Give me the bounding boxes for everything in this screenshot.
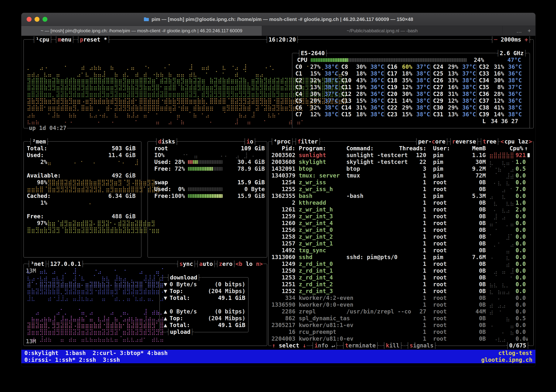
sort-next-arrow[interactable]: >	[528, 138, 533, 145]
menu-button[interactable]: ┤menu├	[54, 36, 75, 43]
proc-program[interactable]: rcu_preempt	[299, 329, 336, 335]
terminate-button[interactable]: ┤terminate├	[341, 342, 380, 349]
proc-pid[interactable]: 1340379	[268, 172, 295, 179]
mem-box-title[interactable]: ┤²mem├	[29, 138, 50, 145]
proc-pid[interactable]: 1254	[268, 179, 295, 186]
proc-program[interactable]: txg_sync	[299, 247, 326, 254]
proc-pid[interactable]: 1362355	[268, 192, 295, 200]
terminal-screen[interactable]: ┤¹cpu├┤menu├┤preset *├┤16:20:20├┤─ 2000m…	[23, 36, 533, 349]
proc-pid[interactable]: 1336590	[268, 301, 295, 308]
per-core-toggle[interactable]: ┤per-core├	[414, 138, 449, 145]
proc-program[interactable]: spl_dynamic_tas	[299, 315, 350, 322]
tree-toggle[interactable]: ┤tree├	[479, 138, 500, 145]
proc-header-mem[interactable]: MemB	[472, 145, 486, 152]
proc-pid[interactable]: 1258	[268, 233, 295, 240]
proc-program[interactable]: z_wr_iss	[299, 179, 326, 186]
net-auto-toggle[interactable]: ┤auto├	[195, 261, 217, 267]
screen-status-bar[interactable]: 0:irssi- 1:ssh* 2:ssh 3:ssh glootie.ipng…	[21, 356, 535, 363]
close-button[interactable]	[27, 17, 31, 22]
proc-pid[interactable]: 1253	[268, 274, 295, 281]
proc-program[interactable]: z_wr_int_h	[299, 206, 333, 213]
filter-button[interactable]: ┤filter├	[294, 138, 322, 145]
tab-mosh-session[interactable]: ~ — [mosh] pim@glootie.ipng.ch: /home/pi…	[21, 26, 262, 36]
proc-program[interactable]: sunlight	[299, 152, 326, 159]
net-box-title[interactable]: ┤³net├	[27, 261, 48, 267]
proc-program[interactable]: z_wr_int_3	[299, 213, 333, 220]
proc-program[interactable]: z_wr_int_0	[299, 227, 333, 233]
select-nav[interactable]: ↑ select ↓	[271, 342, 307, 349]
proc-program[interactable]: btop	[299, 165, 312, 172]
proc-program[interactable]: zrepl	[299, 308, 316, 315]
proc-pid[interactable]: 334	[268, 295, 295, 301]
proc-pid[interactable]: 1432091	[268, 165, 295, 172]
proc-pid[interactable]: 1260	[268, 220, 295, 227]
net-interface[interactable]: ┤127.0.0.1├	[46, 261, 85, 267]
proc-program[interactable]: z_rd_int_3	[299, 288, 333, 295]
proc-header-program[interactable]: Program:	[299, 145, 326, 152]
proc-pid[interactable]: 1250	[268, 267, 295, 274]
tmux-status-bar[interactable]: 0:skylight 1:bash 2:curl- 3:btop* 4:bash…	[21, 350, 535, 356]
proc-program[interactable]: z_wr_iss_h	[299, 186, 333, 192]
tab-bash-session[interactable]: ~/Public/sabbatical.ipng.nl — -bash	[262, 26, 502, 36]
proc-header-cpu[interactable]: Cpu%	[510, 145, 523, 152]
proc-program[interactable]: kworker/u81:0-ev	[299, 335, 353, 342]
proc-pid[interactable]: 1259	[268, 213, 295, 220]
net-sync-toggle[interactable]: ┤sync├	[176, 261, 197, 267]
reverse-toggle[interactable]: ┤reverse├	[448, 138, 480, 145]
sort-prev-arrow[interactable]: <	[500, 138, 504, 145]
proc-pid[interactable]: 2204003	[268, 335, 295, 342]
cpu-box-title[interactable]: ┤¹cpu├	[32, 36, 53, 43]
proc-program[interactable]: skylight	[299, 159, 326, 165]
proc-program[interactable]: z_wr_int_4	[299, 220, 333, 227]
minimize-button[interactable]	[35, 17, 39, 22]
proc-pid[interactable]: 2003502	[268, 152, 295, 159]
proc-box-title[interactable]: ┤⁴proc├	[270, 138, 294, 145]
proc-pid[interactable]: 2003608	[268, 159, 295, 165]
zoom-button[interactable]	[42, 17, 47, 22]
proc-pid[interactable]: 2305217	[268, 322, 295, 329]
proc-program[interactable]: z_wr_int_2	[299, 233, 333, 240]
tab-overflow-button[interactable]: …	[516, 28, 522, 34]
sort-column-selector[interactable]: cpu lazy	[504, 138, 532, 145]
proc-pid[interactable]: 1251	[268, 281, 295, 288]
proc-pid[interactable]: 1257	[268, 240, 295, 247]
proc-pid[interactable]: 2286	[268, 308, 295, 315]
proc-pid[interactable]: 1255	[268, 186, 295, 192]
io-mode-toggle[interactable]: ┤io├	[243, 138, 257, 145]
refresh-rate-control[interactable]: ┤─ 2000ms +├	[490, 36, 532, 43]
screen-window-list[interactable]: 0:irssi- 1:ssh* 2:ssh 3:ssh	[24, 356, 120, 363]
proc-header-user[interactable]: User:	[433, 145, 450, 152]
proc-program[interactable]: z_rd_int_1	[299, 267, 333, 274]
proc-pid[interactable]: 1252	[268, 288, 295, 295]
new-tab-button[interactable]: +	[527, 28, 531, 34]
proc-pid[interactable]: 2	[268, 200, 295, 206]
proc-program[interactable]: bash	[299, 192, 312, 200]
net-interface-switch[interactable]: <b lo n>	[235, 261, 263, 267]
proc-header-pid[interactable]: Pid:	[268, 145, 295, 152]
scroll-down-indicator[interactable]: ↓	[525, 335, 529, 342]
proc-pid[interactable]: 1256	[268, 227, 295, 233]
proc-program[interactable]: z_rd_int_0	[299, 261, 333, 267]
proc-header-threads[interactable]: Threads:	[399, 145, 426, 152]
proc-program[interactable]: z_rd_int_2	[299, 281, 333, 288]
proc-program[interactable]: kworker/u81:1-ev	[299, 322, 353, 329]
proc-program[interactable]: kthreadd	[299, 200, 326, 206]
window-titlebar[interactable]: pim — [mosh] pim@glootie.ipng.ch: /home/…	[21, 13, 535, 26]
proc-program[interactable]: z_wr_int_1	[299, 240, 333, 247]
tmux-window-list[interactable]: 0:skylight 1:bash 2:curl- 3:btop* 4:bash	[24, 350, 168, 356]
proc-pid[interactable]: 1492	[268, 247, 295, 254]
net-zero-toggle[interactable]: ┤zero├	[215, 261, 236, 267]
disks-box-title[interactable]: ┤disks├	[154, 138, 179, 145]
proc-program[interactable]: z_rd_int_4	[299, 274, 333, 281]
kill-button[interactable]: ┤kill├	[382, 342, 403, 349]
proc-pid[interactable]: 1313060	[268, 254, 295, 261]
proc-pid[interactable]: 16	[268, 329, 295, 335]
info-button[interactable]: ┤info ↵├	[311, 342, 339, 349]
proc-pid[interactable]: 1249	[268, 261, 295, 267]
preset-button[interactable]: ┤preset *├	[76, 36, 111, 43]
proc-program[interactable]: tmux: server	[299, 172, 340, 179]
proc-program[interactable]: sshd	[299, 254, 312, 261]
proc-pid[interactable]: 1261	[268, 206, 295, 213]
proc-program[interactable]: kworker/0:0-even	[299, 301, 353, 308]
signals-button[interactable]: ┤signals├	[406, 342, 437, 349]
